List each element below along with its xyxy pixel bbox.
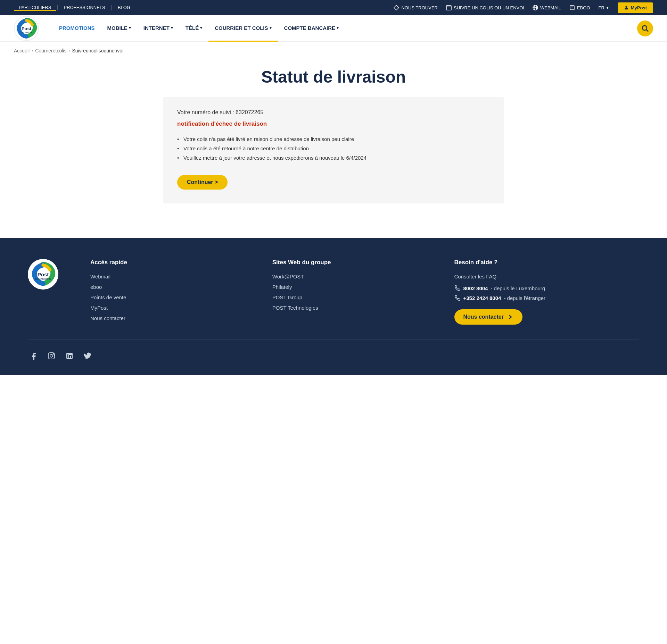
top-bar-left: PARTICULIERS | PROFESSIONNELS | BLOG <box>14 5 394 11</box>
page-title-wrap: Statut de livraison <box>0 53 667 97</box>
nav-internet[interactable]: INTERNET ▾ <box>137 15 179 42</box>
svg-rect-1 <box>446 6 451 10</box>
footer-top: Post LUXEMBOURG Accès rapide Webmail ebo… <box>28 259 639 326</box>
footer-acces-title: Accès rapide <box>90 259 245 266</box>
svg-point-11 <box>625 6 627 8</box>
bullet-list: Votre colis n'a pas été livré en raison … <box>177 134 490 162</box>
phone-num-1: 8002 8004 <box>463 285 488 291</box>
chevron-down-icon: ▼ <box>606 6 609 10</box>
footer-acces-item-mypost: MyPost <box>90 305 245 311</box>
footer-link-points[interactable]: Points de vente <box>90 294 126 300</box>
user-icon <box>624 5 629 10</box>
svg-text:LUXEMBOURG: LUXEMBOURG <box>19 32 33 34</box>
linkedin-icon[interactable] <box>64 350 75 361</box>
svg-point-21 <box>50 354 53 357</box>
calendar-icon <box>446 5 452 10</box>
footer-sites-item-posttech: POST Technologies <box>272 305 427 311</box>
eboo-icon <box>569 5 575 10</box>
svg-point-22 <box>53 354 54 354</box>
phone-icon-2 <box>454 295 461 301</box>
nav-professionnels[interactable]: PROFESSIONNELS <box>59 5 110 11</box>
footer-link-posttech[interactable]: POST Technologies <box>272 305 318 311</box>
top-bar-right: NOUS TROUVER SUIVRE UN COLIS OU UN ENVOI… <box>394 2 653 13</box>
footer-link-contact[interactable]: Nous contacter <box>90 315 125 321</box>
svg-text:Post: Post <box>38 271 49 277</box>
footer-sites-item-postgroup: POST Group <box>272 294 427 301</box>
nav-promotions[interactable]: PROMOTIONS <box>53 15 101 42</box>
search-button[interactable] <box>637 20 653 36</box>
top-bar: PARTICULIERS | PROFESSIONNELS | BLOG NOU… <box>0 0 667 15</box>
facebook-icon[interactable] <box>28 350 39 361</box>
breadcrumb-current: Suivreuncolisouunenvoi <box>72 48 123 53</box>
footer-link-work[interactable]: Work@POST <box>272 274 304 279</box>
continue-button[interactable]: Continuer > <box>177 175 228 190</box>
content-area: Votre numéro de suivi : 632072265 notifi… <box>149 97 518 238</box>
nav-compte[interactable]: COMPTE BANCAIRE ▾ <box>278 15 345 42</box>
phone-num-2: +352 2424 8004 <box>463 295 501 301</box>
main-nav: Post LUXEMBOURG PROMOTIONS MOBILE ▾ INTE… <box>0 15 667 42</box>
footer-link-mypost[interactable]: MyPost <box>90 305 108 311</box>
svg-marker-0 <box>394 5 399 10</box>
svg-rect-24 <box>67 355 68 358</box>
footer: Post LUXEMBOURG Accès rapide Webmail ebo… <box>0 238 667 375</box>
footer-link-postgroup[interactable]: POST Group <box>272 294 302 300</box>
nav-tele[interactable]: TÉLÉ ▾ <box>179 15 208 42</box>
phone-desc-2: - depuis l'étranger <box>504 295 545 301</box>
webmail-btn[interactable]: WEBMAIL <box>533 5 561 10</box>
page-title: Statut de livraison <box>14 67 653 86</box>
nous-trouver-btn[interactable]: NOUS TROUVER <box>394 5 438 10</box>
footer-help: Besoin d'aide ? Consulter les FAQ 8002 8… <box>454 259 640 326</box>
internet-chevron: ▾ <box>171 26 173 30</box>
footer-sites-web: Sites Web du groupe Work@POST Philately … <box>272 259 427 326</box>
footer-sites-list: Work@POST Philately POST Group POST Tech… <box>272 274 427 311</box>
footer-acces-list: Webmail eboo Points de vente MyPost Nous… <box>90 274 245 321</box>
breadcrumb-courrier[interactable]: Courrieretcolis <box>35 48 66 53</box>
footer-sites-item-philately: Philately <box>272 284 427 290</box>
bullet-item-2: Votre colis a été retourné à notre centr… <box>177 144 490 153</box>
mypost-button[interactable]: MyPost <box>618 2 653 13</box>
footer-faq-link[interactable]: Consulter les FAQ <box>454 274 640 279</box>
breadcrumb: Accueil › Courrieretcolis › Suivreuncoli… <box>0 42 667 53</box>
twitter-icon[interactable] <box>82 350 93 361</box>
search-icon <box>641 25 649 32</box>
svg-text:Post: Post <box>22 26 32 31</box>
svg-text:LUXEMBOURG: LUXEMBOURG <box>35 278 51 280</box>
courrier-chevron: ▾ <box>270 26 272 30</box>
compte-chevron: ▾ <box>337 26 339 30</box>
divider1: | <box>57 5 58 11</box>
arrow-right-icon <box>507 314 513 320</box>
footer-contact-btn[interactable]: Nous contacter <box>454 309 522 325</box>
svg-point-25 <box>67 354 68 355</box>
breadcrumb-sep1: › <box>32 48 33 53</box>
nav-particuliers[interactable]: PARTICULIERS <box>14 5 56 11</box>
mobile-chevron: ▾ <box>129 26 131 30</box>
footer-sites-title: Sites Web du groupe <box>272 259 427 266</box>
footer-link-webmail[interactable]: Webmail <box>90 274 110 279</box>
eboo-btn[interactable]: EBOO <box>569 5 590 10</box>
footer-logo: Post LUXEMBOURG <box>28 259 63 326</box>
footer-acces-item-points: Points de vente <box>90 294 245 301</box>
nav-courrier[interactable]: COURRIER ET COLIS ▾ <box>208 15 278 42</box>
divider2: | <box>111 5 112 11</box>
suivre-colis-btn[interactable]: SUIVRE UN COLIS OU UN ENVOI <box>446 5 524 10</box>
tracking-card: Votre numéro de suivi : 632072265 notifi… <box>163 97 504 203</box>
phone-item-1: 8002 8004 - depuis le Luxembourg <box>454 285 640 291</box>
footer-logo-svg: Post LUXEMBOURG <box>31 262 56 287</box>
nav-blog[interactable]: BLOG <box>113 5 135 11</box>
location-icon <box>394 5 399 10</box>
svg-rect-8 <box>570 6 574 10</box>
logo[interactable]: Post LUXEMBOURG <box>14 16 39 41</box>
instagram-icon[interactable] <box>46 350 57 361</box>
footer-logo-circle: Post LUXEMBOURG <box>28 259 58 290</box>
tele-chevron: ▾ <box>200 26 202 30</box>
footer-link-philately[interactable]: Philately <box>272 284 292 290</box>
notification-title: notification d'échec de livraison <box>177 120 490 127</box>
footer-sites-item-work: Work@POST <box>272 274 427 280</box>
footer-link-eboo[interactable]: eboo <box>90 284 102 290</box>
lang-selector[interactable]: FR ▼ <box>599 5 609 10</box>
phone-icon-1 <box>454 285 461 291</box>
tracking-number: Votre numéro de suivi : 632072265 <box>177 109 490 116</box>
footer-help-title: Besoin d'aide ? <box>454 259 640 266</box>
breadcrumb-accueil[interactable]: Accueil <box>14 48 30 53</box>
nav-mobile[interactable]: MOBILE ▾ <box>101 15 137 42</box>
